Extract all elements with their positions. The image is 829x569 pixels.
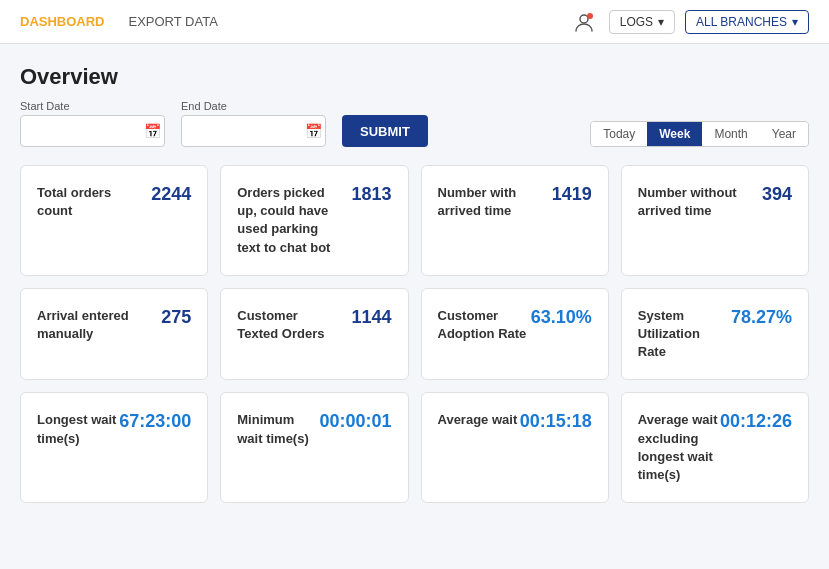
stat-parking-text-label: Orders picked up, could have used parkin… [237,184,342,257]
page-title: Overview [20,64,809,90]
main-content: Overview Start Date 📅 End Date 📅 SUBMIT … [0,44,829,535]
stat-longest-wait-value: 67:23:00 [119,411,191,432]
stat-total-orders-value: 2244 [151,184,191,205]
stat-utilization-rate: System Utilization Rate 78.27% [621,288,809,381]
stats-row-2: Arrival entered manually 275 Customer Te… [20,288,809,381]
stat-avg-wait-excl: Average wait excluding longest wait time… [621,392,809,503]
nav-dashboard[interactable]: DASHBOARD [20,14,105,29]
stat-with-arrived-value: 1419 [552,184,592,205]
stat-utilization-rate-value: 78.27% [731,307,792,328]
stat-total-orders-label: Total orders count [37,184,142,220]
stat-min-wait: Minimum wait time(s) 00:00:01 [220,392,408,503]
submit-button[interactable]: SUBMIT [342,115,428,147]
stat-longest-wait: Longest wait time(s) 67:23:00 [20,392,208,503]
start-date-field: Start Date 📅 [20,100,165,147]
period-today[interactable]: Today [591,122,647,146]
stat-with-arrived-label: Number with arrived time [438,184,543,220]
stat-adoption-rate-value: 63.10% [531,307,592,328]
stats-row-1: Total orders count 2244 Orders picked up… [20,165,809,276]
stat-utilization-rate-label: System Utilization Rate [638,307,731,362]
stat-arrival-manual: Arrival entered manually 275 [20,288,208,381]
end-date-label: End Date [181,100,326,112]
stat-avg-wait: Average wait 00:15:18 [421,392,609,503]
stat-avg-wait-excl-label: Average wait excluding longest wait time… [638,411,720,484]
period-buttons: Today Week Month Year [590,121,809,147]
stat-customer-texted-label: Customer Texted Orders [237,307,342,343]
stats-row-3: Longest wait time(s) 67:23:00 Minimum wa… [20,392,809,503]
stat-parking-text-value: 1813 [351,184,391,205]
stat-min-wait-label: Minimum wait time(s) [237,411,319,447]
stat-total-orders: Total orders count 2244 [20,165,208,276]
stat-arrival-manual-label: Arrival entered manually [37,307,142,343]
stat-adoption-rate: Customer Adoption Rate 63.10% [421,288,609,381]
calendar-icon-end[interactable]: 📅 [305,123,322,139]
start-date-input-wrap[interactable]: 📅 [20,115,165,147]
period-year[interactable]: Year [760,122,808,146]
navbar: DASHBOARD EXPORT DATA LOGS ▾ ALL BRANCHE… [0,0,829,44]
stat-parking-text: Orders picked up, could have used parkin… [220,165,408,276]
start-date-input[interactable] [29,124,144,138]
stat-longest-wait-label: Longest wait time(s) [37,411,119,447]
branches-dropdown[interactable]: ALL BRANCHES ▾ [685,10,809,34]
nav-export[interactable]: EXPORT DATA [129,14,218,29]
end-date-input-wrap[interactable]: 📅 [181,115,326,147]
nav-right: LOGS ▾ ALL BRANCHES ▾ [569,7,809,37]
stat-customer-texted-value: 1144 [351,307,391,328]
period-month[interactable]: Month [702,122,759,146]
stat-without-arrived-value: 394 [762,184,792,205]
calendar-icon-start[interactable]: 📅 [144,123,161,139]
stat-without-arrived-label: Number without arrived time [638,184,743,220]
stat-adoption-rate-label: Customer Adoption Rate [438,307,531,343]
stat-avg-wait-label: Average wait [438,411,518,429]
stat-with-arrived: Number with arrived time 1419 [421,165,609,276]
user-icon-btn[interactable] [569,7,599,37]
stat-avg-wait-value: 00:15:18 [520,411,592,432]
stat-avg-wait-excl-value: 00:12:26 [720,411,792,432]
stat-arrival-manual-value: 275 [161,307,191,328]
stat-without-arrived: Number without arrived time 394 [621,165,809,276]
start-date-label: Start Date [20,100,165,112]
stat-customer-texted: Customer Texted Orders 1144 [220,288,408,381]
logs-dropdown[interactable]: LOGS ▾ [609,10,675,34]
filters-row: Start Date 📅 End Date 📅 SUBMIT Today Wee… [20,100,809,147]
period-week[interactable]: Week [647,122,702,146]
end-date-input[interactable] [190,124,305,138]
stat-min-wait-value: 00:00:01 [319,411,391,432]
end-date-field: End Date 📅 [181,100,326,147]
svg-point-1 [587,13,593,19]
svg-point-0 [580,15,588,23]
